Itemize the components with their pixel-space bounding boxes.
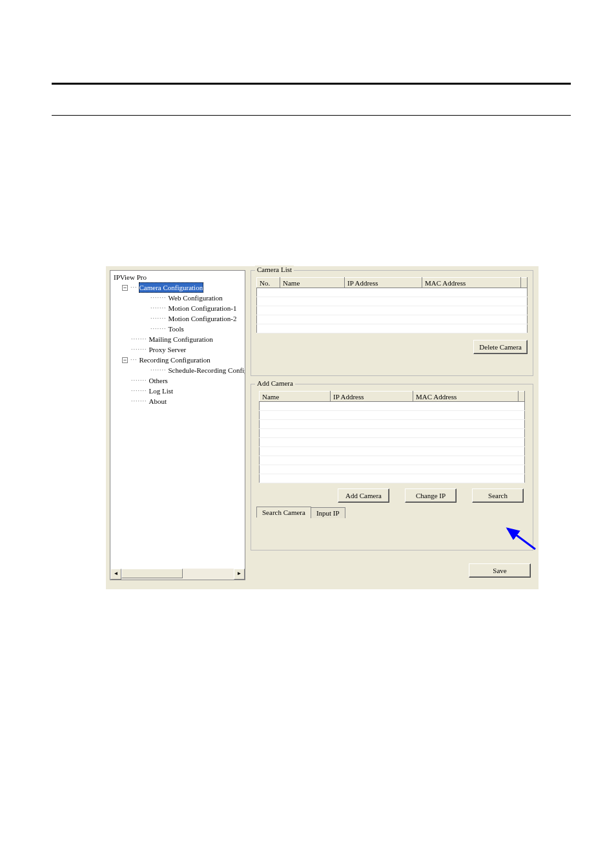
tree-item-about[interactable]: ······· About [113,396,245,406]
tree-item-motion-configuration-2[interactable]: ······· Motion Configuration-2 [113,313,245,324]
save-button[interactable]: Save [469,563,531,578]
table-row[interactable] [257,315,528,324]
col-mac[interactable]: MAC Address [413,392,518,402]
tree-item-schedule-recording[interactable]: ······· Schedule-Recording Configu [113,365,245,375]
tab-search-camera[interactable]: Search Camera [256,507,311,518]
table-row[interactable] [257,297,528,306]
table-row[interactable] [260,447,525,456]
tree-item-recording-configuration[interactable]: − ··· Recording Configuration [113,355,245,365]
nav-tree: IPView Pro − ··· Camera Configuration ··… [110,271,245,406]
col-name[interactable]: Name [280,278,345,288]
tree-item-motion-configuration-1[interactable]: ······· Motion Configuration-1 [113,303,245,313]
tree-item-tools[interactable]: ······· Tools [113,324,245,334]
tree-item-others[interactable]: ······· Others [113,375,245,386]
tree-item-web-configuration[interactable]: ······· Web Configuration [113,293,245,303]
table-row[interactable] [260,402,525,411]
table-row[interactable] [257,324,528,333]
config-dialog: IPView Pro − ··· Camera Configuration ··… [106,266,539,589]
search-button[interactable]: Search [472,488,524,503]
nav-tree-panel: IPView Pro − ··· Camera Configuration ··… [110,270,245,580]
col-no[interactable]: No. [257,278,280,288]
camera-list-table[interactable]: No. Name IP Address MAC Address [256,277,528,333]
tree-root[interactable]: IPView Pro [113,272,245,282]
tab-input-ip[interactable]: Input IP [311,507,345,518]
table-row[interactable] [260,429,525,438]
col-ip[interactable]: IP Address [331,392,413,402]
tree-item-proxy-server[interactable]: ······· Proxy Server [113,344,245,355]
table-row[interactable] [260,420,525,429]
scroll-left-button[interactable]: ◄ [110,569,121,580]
table-row[interactable] [260,465,525,474]
col-name[interactable]: Name [260,392,331,402]
table-row[interactable] [260,438,525,447]
change-ip-button[interactable]: Change IP [405,488,457,503]
collapse-icon[interactable]: − [122,357,128,363]
scroll-thumb[interactable] [121,569,183,578]
table-row[interactable] [260,456,525,465]
table-row[interactable] [257,306,528,315]
tree-hscrollbar[interactable]: ◄ ► [110,569,245,580]
camera-list-group: Camera List No. Name IP Address MAC Addr… [251,270,533,376]
add-camera-tabs: Search Camera Input IP [256,507,528,518]
add-camera-button[interactable]: Add Camera [338,488,389,503]
right-pane: Camera List No. Name IP Address MAC Addr… [251,270,533,584]
table-row[interactable] [260,474,525,483]
scroll-right-button[interactable]: ► [234,569,245,580]
col-ip[interactable]: IP Address [345,278,422,288]
add-camera-group: Add Camera Name IP Address MAC Address [251,384,533,550]
tree-item-camera-configuration[interactable]: − ··· Camera Configuration [113,282,245,293]
tree-item-mailing-configuration[interactable]: ······· Mailing Configuration [113,334,245,344]
col-mac[interactable]: MAC Address [422,278,521,288]
col-tail [521,278,528,288]
tree-item-log-list[interactable]: ······· Log List [113,386,245,396]
tree-root-label: IPView Pro [113,272,147,282]
add-camera-title: Add Camera [255,379,295,387]
camera-list-title: Camera List [255,266,294,273]
table-row[interactable] [257,288,528,297]
page-divider-bottom [52,115,571,116]
col-tail [518,392,525,402]
table-row[interactable] [260,411,525,420]
add-camera-table[interactable]: Name IP Address MAC Address [259,391,525,483]
delete-camera-button[interactable]: Delete Camera [473,340,528,354]
scroll-track[interactable] [121,569,234,580]
collapse-icon[interactable]: − [122,285,128,291]
page-divider-top [52,83,571,85]
tree-label-camera-configuration: Camera Configuration [139,282,204,293]
